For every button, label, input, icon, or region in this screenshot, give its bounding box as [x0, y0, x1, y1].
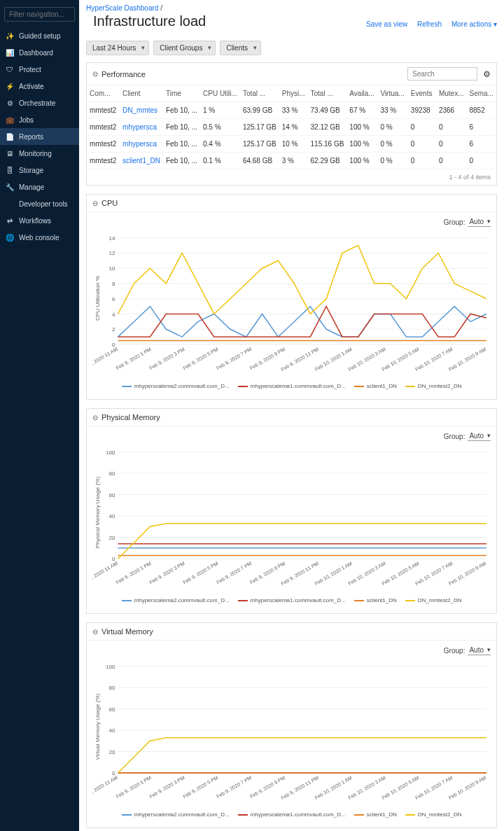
legend-item[interactable]: mhyperscalema1.commvault.com_D...: [238, 811, 346, 818]
breadcrumb-root[interactable]: HyperScale Dashboard: [86, 4, 158, 12]
sidebar-item-orchestrate[interactable]: ⚙Orchestrate: [0, 95, 79, 111]
col-header[interactable]: Total ...: [240, 85, 279, 102]
collapse-icon[interactable]: ⊖: [92, 200, 98, 207]
group-dropdown[interactable]: Auto: [468, 432, 491, 441]
briefcase-icon: 💼: [6, 116, 14, 124]
series-mhyperscalema2: [118, 307, 486, 337]
col-header[interactable]: Availa...: [346, 85, 377, 102]
sidebar-item-jobs[interactable]: 💼Jobs: [0, 111, 79, 128]
svg-text:Feb 9, 2020 3 PM: Feb 9, 2020 3 PM: [148, 775, 186, 799]
gear-icon[interactable]: ⚙: [483, 69, 491, 79]
performance-search-input[interactable]: [407, 67, 477, 81]
table-row: mmtest2mhyperscaFeb 10, ...0.5 %125.17 G…: [87, 119, 496, 136]
client-link[interactable]: mhypersca: [122, 123, 157, 131]
cell-time: Feb 10, ...: [163, 119, 200, 136]
sidebar-item-storage[interactable]: 🗄Storage: [0, 162, 79, 179]
sidebar-item-web-console[interactable]: 🌐Web console: [0, 229, 79, 246]
col-header[interactable]: CPU Utili...: [200, 85, 240, 102]
cell-events: 39238: [408, 102, 436, 119]
legend-item[interactable]: DN_mmtest2_DN: [405, 383, 462, 389]
sidebar-item-guided-setup[interactable]: ✨Guided setup: [0, 27, 79, 44]
svg-text:Feb 9, 2020 5 PM: Feb 9, 2020 5 PM: [182, 561, 219, 585]
legend-item[interactable]: mhyperscalema2.commvault.com_D...: [122, 383, 230, 389]
save-view-link[interactable]: Save as view: [366, 20, 407, 28]
chart-legend: mhyperscalema2.commvault.com_D...mhypers…: [92, 807, 491, 822]
client-link[interactable]: sclient1_DN: [122, 157, 160, 165]
col-header[interactable]: Events: [408, 85, 436, 102]
svg-text:80: 80: [108, 470, 115, 477]
cell-virt: 0 %: [377, 153, 407, 169]
sidebar-item-developer-tools[interactable]: Developer tools: [0, 195, 79, 212]
group-dropdown[interactable]: Auto: [468, 218, 491, 227]
group-dropdown[interactable]: Auto: [468, 646, 491, 655]
chart-legend: mhyperscalema2.commvault.com_D...mhypers…: [92, 593, 491, 608]
sidebar-item-label: Jobs: [19, 116, 34, 124]
legend-item[interactable]: mhyperscalema1.commvault.com_D...: [238, 383, 346, 389]
refresh-link[interactable]: Refresh: [417, 20, 442, 28]
time-range-dropdown[interactable]: Last 24 Hours: [86, 41, 149, 55]
sidebar-item-label: Dashboard: [19, 49, 53, 57]
cell-tot2: 73.49 GB: [308, 102, 347, 119]
sidebar-item-activate[interactable]: ⚡Activate: [0, 78, 79, 95]
wrench-icon: 🔧: [6, 183, 14, 191]
col-header[interactable]: Mutex...: [436, 85, 467, 102]
sidebar-item-reports[interactable]: 📄Reports: [0, 128, 79, 145]
cell-events: 0: [408, 119, 436, 136]
sidebar-item-manage[interactable]: 🔧Manage: [0, 179, 79, 195]
col-header[interactable]: Com...: [87, 85, 120, 102]
cell-virt: 0 %: [377, 136, 407, 153]
legend-item[interactable]: mhyperscalema2.commvault.com_D...: [122, 811, 230, 818]
svg-text:40: 40: [108, 727, 115, 734]
legend-item[interactable]: sclient1_DN: [354, 811, 397, 818]
cell-virt: 0 %: [377, 119, 407, 136]
client-groups-dropdown[interactable]: Client Groups: [153, 41, 216, 55]
legend-item[interactable]: DN_mmtest2_DN: [405, 811, 462, 818]
svg-text:80: 80: [108, 685, 115, 691]
sidebar-item-workflows[interactable]: ⇄Workflows: [0, 212, 79, 229]
col-header[interactable]: Client: [120, 85, 163, 102]
cell-tot1: 125.17 GB: [240, 136, 279, 153]
svg-text:20: 20: [108, 749, 115, 755]
cell-cpu: 1 %: [200, 102, 240, 119]
cell-tot2: 62.29 GB: [308, 153, 347, 169]
cell-mutex: 0: [436, 136, 467, 153]
client-link[interactable]: DN_mmtes: [122, 106, 158, 114]
legend-item[interactable]: mhyperscalema1.commvault.com_D...: [238, 597, 346, 603]
page-title: Infrastructure load: [86, 12, 213, 36]
cpu-panel: ⊖CPUGroup:Auto02468101214CPU Utilization…: [86, 194, 497, 400]
svg-text:Feb 9, 2020 7 PM: Feb 9, 2020 7 PM: [216, 347, 253, 371]
col-header[interactable]: Physi...: [279, 85, 308, 102]
cell-time: Feb 10, ...: [163, 153, 200, 169]
client-link[interactable]: mhypersca: [122, 140, 157, 148]
legend-item[interactable]: DN_mmtest2_DN: [405, 597, 462, 603]
collapse-icon[interactable]: ⊖: [92, 70, 98, 78]
cell-phys: 33 %: [279, 102, 308, 119]
collapse-icon[interactable]: ⊖: [92, 628, 98, 636]
sidebar-item-dashboard[interactable]: 📊Dashboard: [0, 44, 79, 61]
panel-title-text: Virtual Memory: [102, 627, 153, 636]
nav-filter-input[interactable]: [4, 7, 75, 22]
collapse-icon[interactable]: ⊖: [92, 414, 98, 421]
more-actions-link[interactable]: More actions ▾: [451, 20, 497, 28]
cell-sema: 0: [466, 153, 496, 169]
svg-text:12: 12: [108, 250, 115, 256]
svg-text:Feb 10, 2020 9 AM: Feb 10, 2020 9 AM: [448, 561, 487, 587]
svg-text:Feb 9, 2020 1 PM: Feb 9, 2020 1 PM: [115, 347, 152, 371]
cell-sema: 8852: [466, 102, 496, 119]
col-header[interactable]: Time: [163, 85, 200, 102]
legend-item[interactable]: mhyperscalema2.commvault.com_D...: [122, 597, 230, 603]
svg-text:4: 4: [112, 312, 115, 318]
sidebar-item-monitoring[interactable]: 🖥Monitoring: [0, 145, 79, 162]
svg-text:8: 8: [112, 281, 115, 287]
series-dn_mmtest2: [118, 524, 486, 559]
clients-dropdown[interactable]: Clients: [220, 41, 261, 55]
sidebar-item-label: Web console: [19, 234, 59, 242]
svg-text:Feb 9, 2020 1 PM: Feb 9, 2020 1 PM: [115, 561, 152, 585]
col-header[interactable]: Total ...: [308, 85, 347, 102]
legend-item[interactable]: sclient1_DN: [354, 383, 397, 389]
table-footer: 1 - 4 of 4 items: [87, 169, 496, 185]
sidebar-item-protect[interactable]: 🛡Protect: [0, 61, 79, 78]
legend-item[interactable]: sclient1_DN: [354, 597, 397, 603]
col-header[interactable]: Virtua...: [377, 85, 407, 102]
col-header[interactable]: Sema...: [466, 85, 496, 102]
